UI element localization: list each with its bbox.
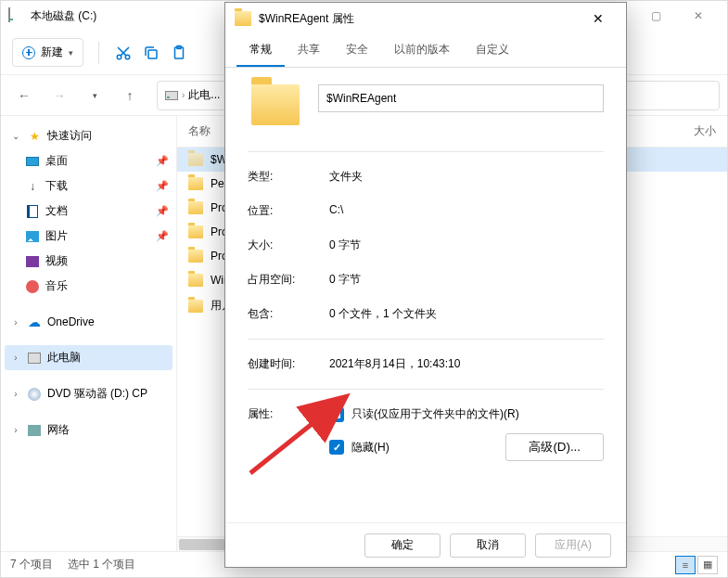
pin-icon: 📌: [156, 180, 167, 192]
plus-icon: [22, 46, 35, 59]
svg-rect-2: [148, 50, 157, 58]
hidden-label: 隐藏(H): [351, 440, 390, 456]
tab-general[interactable]: 常规: [236, 34, 285, 67]
up-button[interactable]: ↑: [114, 80, 146, 111]
folder-icon: [188, 225, 203, 238]
tab-customize[interactable]: 自定义: [463, 34, 522, 67]
label-created: 创建时间:: [248, 356, 329, 372]
advanced-button[interactable]: 高级(D)...: [505, 433, 604, 461]
label-type: 类型:: [248, 169, 329, 185]
sidebar-item-this-pc[interactable]: › 此电脑: [5, 345, 172, 370]
cut-icon[interactable]: [114, 44, 133, 62]
pin-icon: 📌: [156, 205, 167, 217]
chevron-right-icon[interactable]: ›: [10, 389, 21, 399]
label-contains: 包含:: [248, 306, 329, 322]
svg-point-0: [117, 55, 121, 59]
network-icon: [27, 423, 42, 438]
folder-icon: [188, 177, 203, 190]
drive-icon: [8, 8, 23, 23]
label-location: 位置:: [248, 203, 329, 219]
divider: [248, 339, 604, 340]
chevron-right-icon[interactable]: ›: [10, 353, 21, 363]
breadcrumb-item[interactable]: 此电...: [188, 87, 220, 103]
dialog-titlebar[interactable]: $WinREAgent 属性 ✕: [225, 3, 626, 34]
back-button[interactable]: ←: [8, 80, 40, 111]
thumbnails-view-button[interactable]: ▦: [697, 556, 718, 574]
dvd-icon: [27, 387, 42, 402]
folder-large-icon: [251, 84, 300, 125]
star-icon: ★: [27, 129, 42, 144]
folder-icon: [188, 250, 203, 263]
close-button[interactable]: ✕: [677, 1, 720, 31]
value-size-on-disk: 0 字节: [329, 272, 604, 288]
value-created: 2021年8月14日，10:43:10: [329, 356, 604, 372]
download-icon: ↓: [25, 179, 40, 194]
document-icon: [25, 204, 40, 219]
sidebar-item-quick-access[interactable]: ⌄ ★ 快速访问: [5, 123, 172, 148]
maximize-button[interactable]: ▢: [634, 1, 677, 31]
value-location: C:\: [329, 203, 604, 219]
chevron-right-icon: ›: [182, 90, 185, 100]
sidebar-item-music[interactable]: 音乐: [5, 274, 172, 299]
dialog-title: $WinREAgent 属性: [259, 11, 580, 27]
label-size: 大小:: [248, 238, 329, 253]
separator: [98, 42, 99, 64]
music-icon: [25, 279, 40, 294]
status-selection: 选中 1 个项目: [68, 557, 135, 572]
close-button[interactable]: ✕: [580, 3, 617, 34]
sidebar-item-pictures[interactable]: 图片 📌: [5, 224, 172, 249]
apply-button[interactable]: 应用(A): [535, 533, 611, 558]
ok-button[interactable]: 确定: [364, 533, 441, 558]
chevron-right-icon[interactable]: ›: [10, 425, 21, 435]
sidebar-item-documents[interactable]: 文档 📌: [5, 199, 172, 224]
checkbox-checked-icon[interactable]: [329, 440, 344, 455]
forward-button[interactable]: →: [44, 80, 75, 111]
copy-icon[interactable]: [142, 44, 160, 62]
cancel-button[interactable]: 取消: [450, 533, 526, 558]
folder-icon: [188, 201, 203, 214]
sidebar-item-dvd[interactable]: › DVD 驱动器 (D:) CP: [5, 381, 172, 406]
details-view-button[interactable]: ≡: [675, 556, 696, 574]
divider: [248, 389, 604, 390]
drive-icon: [165, 91, 178, 100]
folder-icon: [188, 300, 203, 313]
dialog-footer: 确定 取消 应用(A): [225, 522, 626, 567]
sidebar: ⌄ ★ 快速访问 桌面 📌 ↓ 下载 📌 文档 📌 图片: [1, 116, 177, 551]
cloud-icon: ☁: [27, 315, 42, 329]
folder-name-input[interactable]: [318, 84, 604, 112]
sidebar-item-videos[interactable]: 视频: [5, 249, 172, 274]
tab-security[interactable]: 安全: [333, 34, 381, 67]
sidebar-item-network[interactable]: › 网络: [5, 417, 172, 443]
folder-icon: [188, 153, 203, 166]
tab-previous-versions[interactable]: 以前的版本: [381, 34, 463, 67]
pc-icon: [27, 351, 42, 366]
divider: [248, 151, 604, 152]
new-label: 新建: [41, 45, 63, 60]
checkbox-indeterminate-icon[interactable]: [329, 407, 344, 422]
folder-icon: [188, 274, 203, 287]
readonly-label: 只读(仅应用于文件夹中的文件)(R): [351, 406, 519, 422]
sidebar-item-onedrive[interactable]: › ☁ OneDrive: [5, 310, 172, 334]
sidebar-item-desktop[interactable]: 桌面 📌: [5, 148, 172, 173]
video-icon: [25, 254, 40, 269]
sidebar-item-downloads[interactable]: ↓ 下载 📌: [5, 173, 172, 199]
view-toggles: ≡ ▦: [675, 556, 718, 574]
readonly-checkbox-row[interactable]: 只读(仅应用于文件夹中的文件)(R): [329, 406, 604, 422]
history-dropdown[interactable]: ▾: [79, 80, 110, 111]
tab-share[interactable]: 共享: [285, 34, 333, 67]
chevron-down-icon[interactable]: ⌄: [10, 131, 21, 141]
status-item-count: 7 个项目: [10, 557, 53, 572]
label-size-on-disk: 占用空间:: [248, 272, 329, 288]
paste-icon[interactable]: [170, 44, 188, 62]
hidden-checkbox-row[interactable]: 隐藏(H): [329, 440, 390, 456]
dialog-tabs: 常规 共享 安全 以前的版本 自定义: [225, 34, 626, 68]
new-button[interactable]: 新建 ▾: [12, 38, 83, 67]
value-size: 0 字节: [329, 238, 604, 253]
desktop-icon: [25, 154, 40, 169]
chevron-right-icon[interactable]: ›: [10, 317, 21, 328]
column-size[interactable]: 大小: [660, 123, 716, 139]
dialog-body: 类型:文件夹 位置:C:\ 大小:0 字节 占用空间:0 字节 包含:0 个文件…: [225, 68, 626, 522]
value-contains: 0 个文件，1 个文件夹: [329, 306, 604, 322]
properties-dialog: $WinREAgent 属性 ✕ 常规 共享 安全 以前的版本 自定义 类型:文…: [224, 2, 627, 568]
folder-icon: [235, 11, 251, 26]
